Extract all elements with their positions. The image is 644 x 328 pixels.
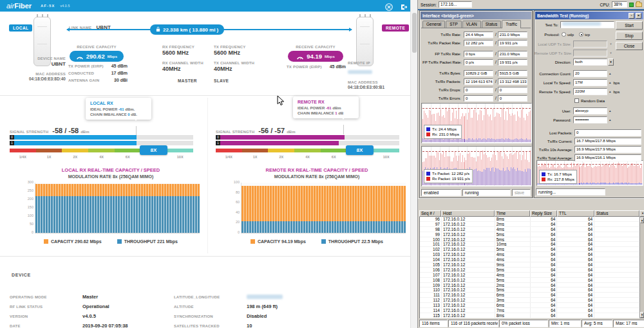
password-input[interactable]: ••••••••••••• [573, 116, 607, 123]
logout-icon[interactable] [400, 2, 408, 10]
spinner-icon[interactable]: ▲ [609, 109, 611, 113]
field-tx-value[interactable]: 0 [464, 95, 493, 102]
scale-segment [321, 149, 347, 152]
field-tx-value[interactable]: 24.4 Mbps [464, 32, 493, 38]
signal-rate-8x-button[interactable]: 8X [140, 145, 167, 155]
field-rx-value[interactable]: 19 931 p/s [498, 59, 527, 66]
column-header-host[interactable]: Host [441, 210, 495, 217]
ping-row[interactable]: 96172.16.0.128ms6464 [420, 217, 639, 222]
test-to-input[interactable] [560, 21, 614, 28]
ping-row[interactable]: 110172.16.0.125ms6464 [420, 287, 639, 293]
bandwidth-window-titlebar[interactable]: Bandwidth Test (Running) ▫ × [535, 12, 643, 19]
column-header-reply-size[interactable]: Reply Size [530, 210, 557, 217]
ping-row[interactable]: 105172.16.0.129ms6464 [420, 262, 639, 268]
ping-cell: 64 [557, 232, 594, 237]
ping-cell: 64 [531, 278, 558, 282]
ping-cell: 64 [531, 303, 558, 307]
direction-select[interactable]: both [573, 59, 607, 66]
column-header-ttl[interactable]: TTL [557, 210, 594, 217]
ping-row[interactable]: 115172.16.0.128ms6464 [420, 313, 639, 318]
ping-row[interactable]: 108172.16.0.125ms6464 [420, 278, 639, 283]
ping-row[interactable]: 111172.16.0.126ms6464 [420, 293, 639, 298]
remote-mac-address: 04:18:D6:E3:60:B1 [348, 85, 384, 89]
column-header-status[interactable]: Status [594, 210, 639, 217]
field-tx-value[interactable]: 0 bps [464, 51, 493, 57]
scroll-down-icon[interactable]: ▼ [640, 312, 644, 318]
close-button[interactable]: Close [616, 42, 643, 50]
random-data-checkbox[interactable] [574, 98, 579, 103]
spinner-icon[interactable]: ▲ [609, 90, 611, 93]
field-rx-value[interactable]: 5915.5 GiB [498, 70, 527, 77]
ping-row[interactable]: 114172.16.0.127ms6464 [420, 308, 639, 313]
interface-field-row: Tx/Rx Packets:12 194 613 674/13 312 498 … [422, 78, 531, 85]
tab-general[interactable]: General [422, 21, 445, 28]
spinner-icon[interactable]: ▲ [609, 118, 611, 122]
bandwidth-test-window: Bandwidth Test (Running) ▫ × Test To: Pr… [534, 10, 644, 198]
ping-row[interactable]: 102172.16.0.125ms6464 [420, 247, 639, 252]
scrollbar-thumb[interactable] [412, 13, 417, 53]
ping-row[interactable]: 106172.16.0.125ms6464 [420, 268, 639, 273]
scale-segment [88, 149, 115, 152]
remote-tx-speed-input[interactable]: 220M [573, 88, 607, 95]
field-tx-value[interactable]: 0 [464, 87, 493, 93]
spinner-icon[interactable]: ▲ [609, 72, 611, 75]
dropdown-icon[interactable]: ▼ [608, 59, 614, 66]
user-input[interactable]: alexeyp [573, 107, 607, 114]
power-stat-row: ANTENNA GAIN30 dBi [68, 78, 128, 85]
tab-vlan[interactable]: VLAN [462, 21, 481, 28]
start-button[interactable]: Start [616, 21, 643, 30]
field-rx-value[interactable]: 19 931 p/s [498, 40, 527, 46]
firmware-version: v4.0.5 [60, 4, 70, 8]
tcp-radio[interactable] [579, 32, 583, 37]
field-rx-value[interactable]: 0 [498, 95, 527, 102]
field-rx-value[interactable]: 13 312 498 133 [498, 78, 527, 85]
column-header-seq-[interactable]: Seq # / [419, 210, 441, 217]
ping-row[interactable]: 97172.16.0.122ms6464 [420, 222, 639, 227]
page-scrollbar[interactable] [410, 0, 417, 328]
ping-row[interactable]: 104172.16.0.124ms6464 [420, 257, 639, 262]
folder-icon[interactable] [636, 3, 642, 7]
scroll-up-icon[interactable]: ▲ [640, 217, 644, 223]
udp-radio[interactable] [562, 32, 566, 37]
field-rx-value[interactable]: 0 [498, 87, 527, 93]
master-label: MASTER [178, 78, 204, 83]
field-tx-value[interactable]: 12 282 p/s [464, 40, 493, 46]
session-value[interactable]: 172.16... [439, 1, 472, 8]
ping-scrollbar[interactable]: ▲ ▼ [639, 217, 644, 318]
ping-row[interactable]: 103172.16.0.124ms6464 [420, 252, 639, 257]
tools-icon[interactable] [385, 2, 393, 10]
ping-row[interactable]: 107172.16.0.124ms6464 [420, 273, 639, 278]
ping-row[interactable]: 109172.16.0.122ms6464 [420, 283, 639, 288]
minimize-icon[interactable]: ▫ [629, 13, 634, 19]
field-tx-value[interactable]: 0 p/s [464, 59, 493, 66]
ping-row[interactable]: 112172.16.0.123ms6464 [420, 298, 639, 303]
winbox-taskbar: Session: 172.16... CPU: 38% [418, 0, 644, 9]
close-icon[interactable]: × [636, 13, 641, 19]
field-rx-value[interactable]: 231.0 Mbps [498, 51, 527, 57]
ping-row[interactable]: 99172.16.0.125ms6464 [420, 232, 639, 237]
field-separator: / [495, 41, 497, 45]
interface-window-titlebar[interactable]: Interface <bridge3-green> [421, 12, 531, 19]
ping-row[interactable]: 101172.16.0.1210ms6464 [420, 242, 639, 247]
stop-button[interactable]: Stop [616, 32, 643, 40]
field-rx-value[interactable]: 231.0 Mbps [498, 32, 527, 38]
tab-stp[interactable]: STP [446, 21, 462, 28]
connection-count-input[interactable]: 20 [573, 70, 607, 77]
scale-label: 6X [321, 155, 347, 159]
field-tx-value[interactable]: 12 194 613 674 [464, 78, 493, 85]
ping-row[interactable]: 113172.16.0.126ms6464 [420, 303, 639, 308]
column-header-time[interactable]: Time [495, 210, 530, 217]
ping-row[interactable]: 100172.16.0.125ms6464 [420, 237, 639, 242]
device-name: UBNT [3, 61, 66, 67]
signal-rate-8x-button[interactable]: 8X [346, 145, 374, 155]
field-tx-value[interactable]: 10829.2 GiB [464, 70, 493, 77]
column-options-icon[interactable]: ▼ [639, 210, 644, 217]
spinner-icon[interactable]: ▲ [609, 81, 611, 84]
ping-row[interactable]: 98172.16.0.124ms6464 [420, 227, 639, 232]
local-tx-speed-input[interactable]: 17M [573, 79, 607, 86]
footer-cell: Avg: 5 ms [582, 320, 612, 327]
ping-cell: 172.16.0.12 [442, 247, 495, 251]
tab-status[interactable]: Status [482, 21, 501, 28]
device-info-label: DATE [10, 324, 82, 328]
tab-traffic[interactable]: Traffic [502, 20, 521, 28]
